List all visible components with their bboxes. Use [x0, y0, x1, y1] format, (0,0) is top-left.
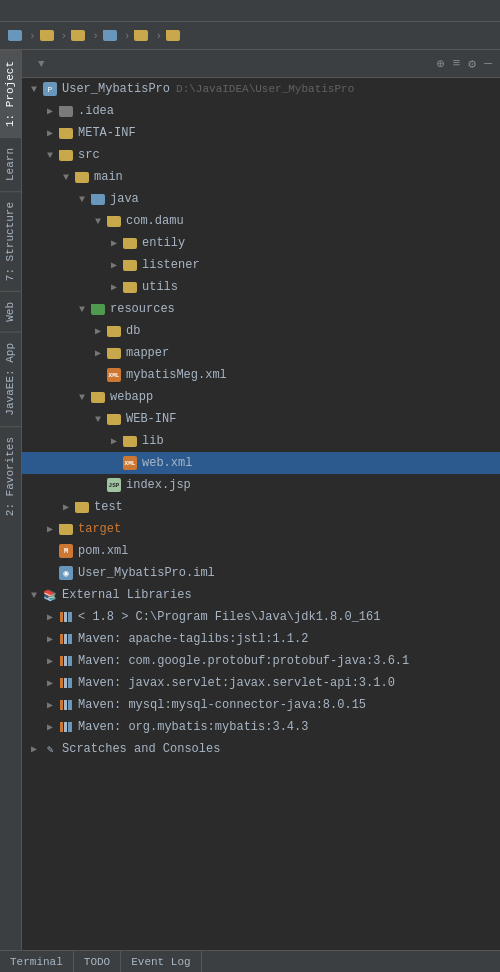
sidebar-tab-project[interactable]: 1: Project [0, 50, 21, 137]
tree-item-mysql[interactable]: Maven: mysql:mysql-connector-java:8.0.15 [22, 694, 500, 716]
tree-item-pom-xml[interactable]: Mpom.xml [22, 540, 500, 562]
tree-arrow-java18[interactable] [42, 611, 58, 623]
svg-rect-11 [68, 678, 72, 688]
tree-item-entily[interactable]: entily [22, 232, 500, 254]
tree-arrow-java[interactable] [74, 194, 90, 205]
tree-arrow-root[interactable] [26, 84, 42, 95]
tree-item-mapper[interactable]: mapper [22, 342, 500, 364]
tree-item-main[interactable]: main [22, 166, 500, 188]
tree-item-ext-libs[interactable]: 📚External Libraries [22, 584, 500, 606]
tree-item-apache-taglibs[interactable]: Maven: apache-taglibs:jstl:1.1.2 [22, 628, 500, 650]
tree-item-test[interactable]: test [22, 496, 500, 518]
tree-item-user-iml[interactable]: ◉User_MybatisPro.iml [22, 562, 500, 584]
tree-label-web-xml: web.xml [142, 456, 192, 470]
tree-item-utils[interactable]: utils [22, 276, 500, 298]
breadcrumb-java[interactable] [103, 30, 120, 41]
tree-label-resources: resources [110, 302, 175, 316]
tree-arrow-ext-libs[interactable] [26, 590, 42, 601]
tree-arrow-src[interactable] [42, 150, 58, 161]
tree-label-db: db [126, 324, 140, 338]
tree-arrow-db[interactable] [90, 325, 106, 337]
tree-item-db[interactable]: db [22, 320, 500, 342]
bottom-tab-terminal[interactable]: Terminal [0, 951, 74, 972]
sidebar-tab-web[interactable]: Web [0, 291, 21, 332]
folder-icon [40, 30, 54, 41]
tree-icon-idea [58, 103, 74, 119]
tree-arrow-protobuf[interactable] [42, 655, 58, 667]
tree-arrow-lib[interactable] [106, 435, 122, 447]
tree-label-mysql: Maven: mysql:mysql-connector-java:8.0.15 [78, 698, 366, 712]
tree-item-servlet-api[interactable]: Maven: javax.servlet:javax.servlet-api:3… [22, 672, 500, 694]
sidebar-tab-favorites[interactable]: 2: Favorites [0, 426, 21, 526]
tree-item-meta-inf[interactable]: META-INF [22, 122, 500, 144]
tree-arrow-listener[interactable] [106, 259, 122, 271]
tree-item-target[interactable]: target [22, 518, 500, 540]
main-area: 1: Project Learn 7: Structure Web JavaEE… [0, 50, 500, 950]
tree-item-java[interactable]: java [22, 188, 500, 210]
tree-arrow-meta-inf[interactable] [42, 127, 58, 139]
tree-arrow-target[interactable] [42, 523, 58, 535]
tree-item-lib[interactable]: lib [22, 430, 500, 452]
panel-action-minimize[interactable]: — [484, 56, 492, 71]
tree-item-root[interactable]: PUser_MybatisProD:\JavaIDEA\User_Mybatis… [22, 78, 500, 100]
tree-item-listener[interactable]: listener [22, 254, 500, 276]
tree-label-com-damu: com.damu [126, 214, 184, 228]
tree-icon-com-damu [106, 213, 122, 229]
tree-arrow-scratches[interactable] [26, 743, 42, 755]
tree-item-scratches[interactable]: ✎Scratches and Consoles [22, 738, 500, 760]
tree-arrow-entily[interactable] [106, 237, 122, 249]
tree-arrow-webapp[interactable] [74, 392, 90, 403]
tree-item-mybatis[interactable]: Maven: org.mybatis:mybatis:3.4.3 [22, 716, 500, 738]
tree-item-webapp[interactable]: webapp [22, 386, 500, 408]
tree-item-resources[interactable]: resources [22, 298, 500, 320]
tree-path-root: D:\JavaIDEA\User_MybatisPro [176, 83, 354, 95]
tree-icon-webapp [90, 389, 106, 405]
bottom-tab-todo[interactable]: TODO [74, 951, 121, 972]
tree-icon-main [74, 169, 90, 185]
tree-arrow-mysql[interactable] [42, 699, 58, 711]
tree-icon-listener [122, 257, 138, 273]
panel-action-locate[interactable]: ⊕ [437, 56, 445, 72]
tree-arrow-main[interactable] [58, 172, 74, 183]
tree-arrow-resources[interactable] [74, 304, 90, 315]
tree-item-mybatisMeg[interactable]: XMLmybatisMeg.xml [22, 364, 500, 386]
tree-arrow-mapper[interactable] [90, 347, 106, 359]
tree-icon-target [58, 521, 74, 537]
panel-action-settings[interactable]: ⚙ [468, 56, 476, 72]
tree-item-java18[interactable]: < 1.8 > C:\Program Files\Java\jdk1.8.0_1… [22, 606, 500, 628]
tree-arrow-test[interactable] [58, 501, 74, 513]
svg-rect-8 [68, 656, 72, 666]
tree-icon-entily [122, 235, 138, 251]
tree-item-web-xml[interactable]: XMLweb.xml [22, 452, 500, 474]
svg-rect-13 [64, 700, 67, 710]
breadcrumb: › › › › › [0, 22, 500, 50]
tree-item-idea[interactable]: .idea [22, 100, 500, 122]
tree-label-apache-taglibs: Maven: apache-taglibs:jstl:1.1.2 [78, 632, 308, 646]
panel-action-expand[interactable]: ≡ [453, 56, 461, 71]
tree-arrow-mybatis[interactable] [42, 721, 58, 733]
sidebar-tab-structure[interactable]: 7: Structure [0, 191, 21, 291]
breadcrumb-damu[interactable] [166, 30, 183, 41]
tree-arrow-idea[interactable] [42, 105, 58, 117]
tree-item-src[interactable]: src [22, 144, 500, 166]
tree-arrow-utils[interactable] [106, 281, 122, 293]
tree-arrow-servlet-api[interactable] [42, 677, 58, 689]
bottom-tab-eventlog[interactable]: Event Log [121, 951, 201, 972]
tree-arrow-com-damu[interactable] [90, 216, 106, 227]
breadcrumb-com[interactable] [134, 30, 151, 41]
sidebar-tab-learn[interactable]: Learn [0, 137, 21, 191]
tree-item-protobuf[interactable]: Maven: com.google.protobuf:protobuf-java… [22, 650, 500, 672]
tree-icon-src [58, 147, 74, 163]
tree-icon-lib [122, 433, 138, 449]
tree-label-lib: lib [142, 434, 164, 448]
sidebar-tab-javaee[interactable]: JavaEE: App [0, 332, 21, 426]
breadcrumb-src[interactable] [40, 30, 57, 41]
tree-item-index-jsp[interactable]: JSPindex.jsp [22, 474, 500, 496]
breadcrumb-main[interactable] [71, 30, 88, 41]
tree-icon-apache-taglibs [58, 631, 74, 647]
tree-arrow-apache-taglibs[interactable] [42, 633, 58, 645]
tree-arrow-web-inf[interactable] [90, 414, 106, 425]
tree-item-com-damu[interactable]: com.damu [22, 210, 500, 232]
tree-item-web-inf[interactable]: WEB-INF [22, 408, 500, 430]
breadcrumb-project[interactable] [8, 30, 25, 41]
